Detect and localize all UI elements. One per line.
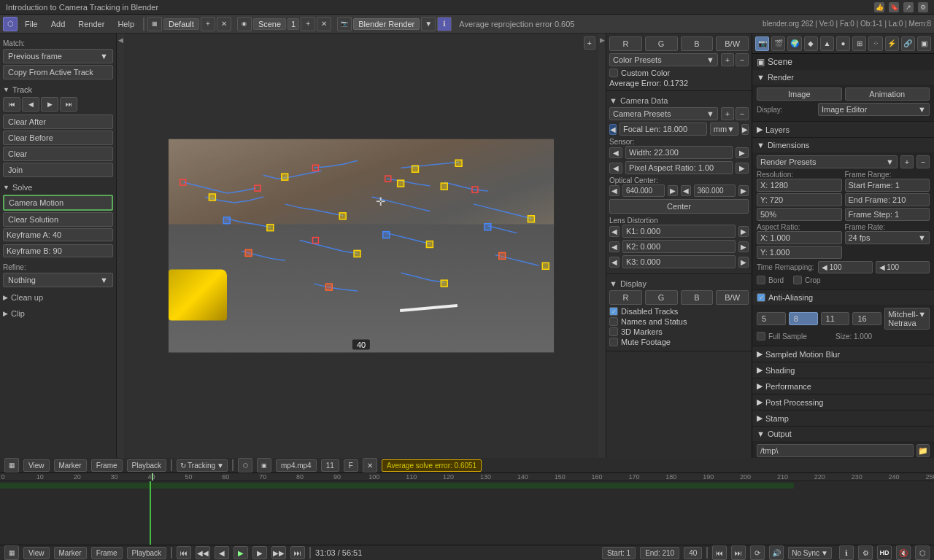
clip-icon[interactable]: ⬡ [238,458,252,472]
jump-start-btn[interactable]: ◀◀ [196,546,210,559]
center-btn[interactable]: Center [609,199,749,214]
layers-header[interactable]: ▶ Layers [752,122,934,137]
r-btn[interactable]: R [609,36,642,51]
render-section-header[interactable]: ▼ Render [752,70,934,85]
file-menu[interactable]: File [19,18,44,30]
render-menu[interactable]: Render [72,18,110,30]
performance-header[interactable]: ▶ Performance [752,378,934,394]
view-menu-btn[interactable]: View [23,459,50,472]
markers-3d-checkbox[interactable] [609,327,618,336]
cleanup-section-header[interactable]: ▶ Clean up [3,293,113,302]
copy-from-active-btn[interactable]: Copy From Active Track [3,65,113,79]
tracking-viewport[interactable]: 40 [168,139,555,354]
focal-right-arrow[interactable]: ▶ [741,124,749,135]
disp-g-btn[interactable]: G [645,290,678,305]
color-presets-dropdown[interactable]: Color Presets ▼ [609,53,718,66]
current-frame-label[interactable]: 40 [684,547,702,559]
remove-preset-btn[interactable]: − [736,53,749,66]
g-btn[interactable]: G [645,36,678,51]
k3-right-arrow[interactable]: ▶ [738,257,749,268]
add-marker-btn[interactable]: + [584,36,595,50]
stamp-header[interactable]: ▶ Stamp [752,411,934,426]
render-presets-remove[interactable]: − [916,155,930,168]
aa-5-btn[interactable]: 5 [757,312,786,325]
add-menu[interactable]: Add [45,18,72,30]
timeline-playhead[interactable] [152,473,153,481]
frame-menu-btn[interactable]: Frame [91,459,123,472]
audio-icon[interactable]: 🔊 [769,545,784,560]
camera-presets-dropdown[interactable]: Camera Presets ▼ [609,107,718,120]
image-btn[interactable]: Image [757,88,842,101]
render-presets-add[interactable]: + [900,155,914,168]
clear-btn[interactable]: Clear [3,147,113,161]
res-percent-field[interactable]: 50% [757,208,842,221]
full-sample-checkbox[interactable] [757,332,765,341]
physics-icon[interactable]: ⚡ [885,36,899,51]
render-settings-icon[interactable]: ⚙ [858,545,873,560]
blender-icon[interactable]: ⬡ [3,17,18,31]
motion-blur-header[interactable]: ▶ Sampled Motion Blur [752,346,934,362]
loop-icon[interactable]: ⟳ [750,545,765,560]
marker-menu-btn[interactable]: Marker [54,459,87,472]
opt-x-field[interactable]: 640.000 [622,184,665,197]
dropdown-icon[interactable]: ▼ [421,17,436,31]
clear-before-btn[interactable]: Clear Before [3,131,113,145]
opt-y-right-arrow[interactable]: ▶ [738,185,749,196]
pixel-right-arrow[interactable]: ▶ [736,163,749,174]
aa-16-btn[interactable]: 16 [852,312,881,325]
viewport-area[interactable]: 40 ✛ + [124,34,598,458]
output-header[interactable]: ▼ Output [752,427,934,441]
layout-name[interactable]: Default [163,18,199,30]
jump-end-btn[interactable]: ▶▶ [271,546,286,559]
next-frame-btn[interactable]: ▶ [252,546,267,559]
previous-frame-dropdown[interactable]: Previous frame ▼ [3,49,113,63]
aa-checkbox[interactable]: ✓ [757,293,765,302]
width-field[interactable]: Width: 22.300 [625,146,733,159]
solve-section-header[interactable]: ▼ Solve [3,183,113,192]
disp-b-btn[interactable]: B [681,290,714,305]
names-status-checkbox[interactable] [609,317,618,326]
volume-icon[interactable]: 🔇 [896,545,911,560]
render-presets-field[interactable]: Render Presets▼ [757,155,898,168]
k2-right-arrow[interactable]: ▶ [738,241,749,252]
k3-left-arrow[interactable]: ◀ [609,257,620,268]
bookmark-icon[interactable]: 🔖 [889,2,899,12]
animation-btn[interactable]: Animation [845,88,930,101]
display-header[interactable]: ▼ Display [609,277,749,290]
disp-r-btn[interactable]: R [609,290,642,305]
timeline-tracks[interactable] [0,481,934,545]
renderer-name[interactable]: Blender Render [353,18,420,30]
k1-field[interactable]: K1: 0.000 [622,225,736,238]
right-collapse[interactable]: ▶ [598,34,606,458]
pb-last-btn[interactable]: ⏭ [60,97,77,112]
frame-step-field[interactable]: Frame Step: 1 [845,208,930,221]
opt-x-right-arrow[interactable]: ▶ [668,185,678,196]
settings-icon[interactable]: ⚙ [918,2,928,12]
remap-val2[interactable]: ◀ 100 [876,261,930,273]
refine-dropdown[interactable]: Nothing ▼ [3,273,113,287]
remap-val1[interactable]: ◀ 100 [818,261,873,273]
end-frame-field[interactable]: End Frame: 210 [845,193,930,206]
post-processing-header[interactable]: ▶ Post Processing [752,394,934,410]
output-folder-btn[interactable]: 📁 [916,444,930,457]
crop-checkbox[interactable] [793,276,802,284]
clear-solution-btn[interactable]: Clear Solution [3,212,113,227]
k1-left-arrow[interactable]: ◀ [609,226,620,237]
scene-plus-icon[interactable]: + [301,17,315,31]
k3-field[interactable]: K3: 0.000 [622,255,736,268]
prev-keyframe-btn[interactable]: ⏮ [177,546,191,559]
cross-icon[interactable]: ✕ [217,17,231,31]
aa-8-btn[interactable]: 8 [789,312,818,325]
focal-left-arrow[interactable]: ◀ [609,124,617,135]
tbar-frame-btn[interactable]: Frame [91,547,123,559]
next-keyframe-btn[interactable]: ⏭ [290,546,305,559]
texture-icon[interactable]: ⊞ [852,36,866,51]
res-x-field[interactable]: X: 1280 [757,179,842,192]
tracker-menu-icon[interactable]: ▦ [4,458,19,472]
track-section-header[interactable]: ▼ Track [3,85,113,94]
aspect-y-field[interactable]: Y: 1.000 [757,246,842,259]
playback-menu-btn[interactable]: Playback [127,459,167,472]
camera-motion-btn[interactable]: Camera Motion [3,195,113,211]
disp-bw-btn[interactable]: B/W [716,290,749,305]
thumb-up-icon[interactable]: 👍 [874,2,884,12]
